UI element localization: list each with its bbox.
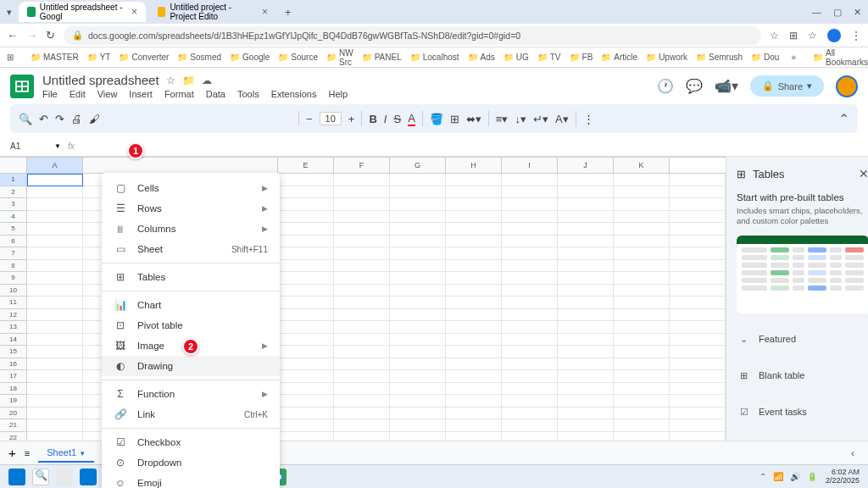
merge-icon[interactable]: ⬌▾ [466,113,481,125]
cell[interactable] [446,198,502,211]
cell[interactable] [27,309,83,322]
tray-chevron-icon[interactable]: ⌃ [760,472,766,481]
menu-item-rows[interactable]: ☰Rows▶ [102,198,280,219]
cell[interactable] [502,334,558,347]
search-taskbar-icon[interactable]: 🔍 [32,469,49,485]
cell[interactable] [446,236,502,248]
chrome-menu-icon[interactable]: ▾ [7,7,12,18]
cell[interactable] [278,419,334,432]
cell[interactable] [558,223,614,236]
cell[interactable] [614,285,670,297]
menu-item-cells[interactable]: ▢Cells▶ [102,178,280,198]
cell[interactable] [558,419,614,432]
cell[interactable] [614,174,670,186]
table-preview[interactable] [737,236,868,313]
meet-icon[interactable]: 📹▾ [715,78,738,94]
bold-icon[interactable]: B [369,113,376,125]
paint-format-icon[interactable]: 🖌 [89,113,100,125]
row-header[interactable]: 21 [0,419,27,432]
sheets-logo-icon[interactable] [10,75,34,98]
cell[interactable] [334,211,390,224]
menu-edit[interactable]: Edit [70,89,86,99]
start-icon[interactable] [8,469,25,485]
cell[interactable] [390,297,446,309]
cell[interactable] [390,346,446,358]
back-icon[interactable]: ← [7,29,18,42]
cell[interactable] [334,321,390,334]
cell[interactable] [558,198,614,211]
fill-color-icon[interactable]: 🪣 [430,113,443,125]
cell[interactable] [334,297,390,309]
cell[interactable] [390,198,446,211]
clock[interactable]: 6:02 AM 2/22/2025 [826,469,860,485]
bookmark-item[interactable]: 📁Sosmed [177,53,221,62]
cell[interactable] [614,186,670,199]
cell[interactable] [670,334,726,347]
cell[interactable] [502,211,558,224]
menu-extensions[interactable]: Extensions [271,89,317,99]
cell[interactable] [390,309,446,322]
cell[interactable] [558,358,614,371]
star-icon[interactable]: ☆ [808,30,817,42]
volume-icon[interactable]: 🔊 [790,472,800,481]
minimize-icon[interactable]: — [812,7,821,18]
comments-icon[interactable]: 💬 [686,78,703,94]
cell[interactable] [334,285,390,297]
menu-tools[interactable]: Tools [237,89,259,99]
cell[interactable] [27,334,83,347]
cell[interactable] [390,236,446,248]
cell[interactable] [614,309,670,322]
cell[interactable] [614,419,670,432]
cell[interactable] [670,223,726,236]
bookmarks-overflow-icon[interactable]: » [791,53,796,62]
cell[interactable] [670,370,726,383]
cell[interactable] [278,174,334,186]
cell[interactable] [446,370,502,383]
cell[interactable] [614,334,670,347]
column-header[interactable]: K [614,158,670,173]
cell[interactable] [446,358,502,371]
cell-reference[interactable]: A1 [10,141,47,151]
row-header[interactable]: 14 [0,334,27,347]
cell[interactable] [502,370,558,383]
new-tab-icon[interactable]: + [285,6,292,19]
cell[interactable] [502,408,558,420]
cell[interactable] [27,272,83,285]
all-sheets-icon[interactable]: ≡ [25,448,30,458]
cell[interactable] [614,346,670,358]
cell[interactable] [614,297,670,309]
row-header[interactable]: 13 [0,321,27,334]
cell[interactable] [446,211,502,224]
cell[interactable] [27,419,83,432]
bookmark-item[interactable]: 📁Upwork [646,53,687,62]
cell[interactable] [27,223,83,236]
cell[interactable] [390,223,446,236]
bookmark-item[interactable]: 📁PANEL [362,53,402,62]
cell[interactable] [334,358,390,371]
cell[interactable] [27,383,83,396]
bookmark-item[interactable]: 📁MASTER [31,53,79,62]
cell[interactable] [614,321,670,334]
cell[interactable] [278,211,334,224]
cell[interactable] [502,358,558,371]
cell[interactable] [334,236,390,248]
menu-item-tables[interactable]: ⊞Tables [102,267,280,287]
row-header[interactable]: 12 [0,309,27,322]
cell[interactable] [446,309,502,322]
close-tab-icon[interactable]: × [262,6,268,18]
cell[interactable] [614,408,670,420]
row-header[interactable]: 15 [0,346,27,358]
column-header[interactable]: A [27,158,83,173]
cell[interactable] [558,247,614,260]
cell[interactable] [558,321,614,334]
extensions-icon[interactable]: ⊞ [789,30,798,42]
cell[interactable] [27,285,83,297]
cell[interactable] [558,211,614,224]
cell[interactable] [502,383,558,396]
cell[interactable] [27,174,83,186]
menu-item-function[interactable]: ΣFunction▶ [102,384,280,404]
cell[interactable] [614,358,670,371]
bookmark-item[interactable]: 📁YT [87,53,111,62]
wifi-icon[interactable]: 📶 [773,472,783,481]
decrease-font-icon[interactable]: − [306,113,313,125]
